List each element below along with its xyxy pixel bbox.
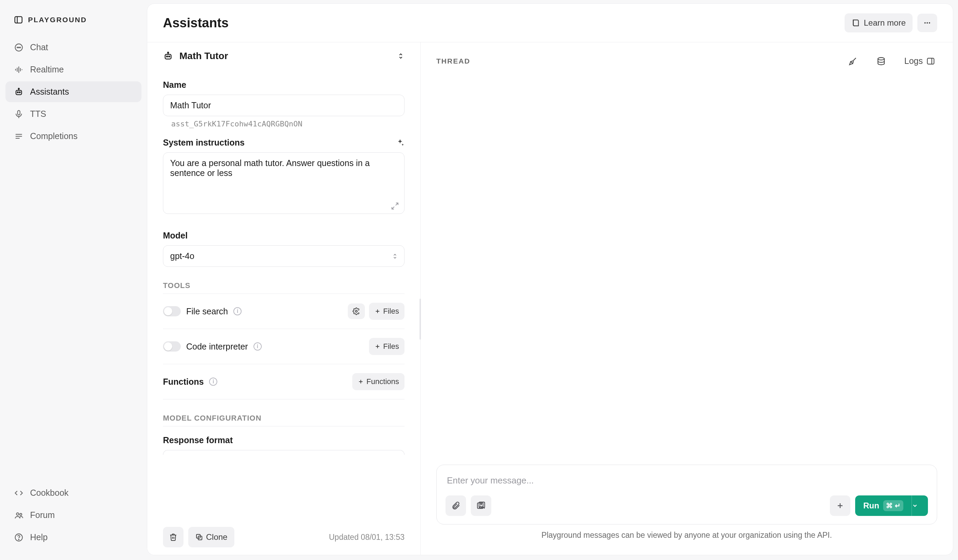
broom-icon [849,56,858,66]
trash-icon [169,533,177,541]
learn-more-button[interactable]: Learn more [845,13,912,32]
file-search-label: File search [186,306,228,316]
sidebar-item-cookbook[interactable]: Cookbook [5,482,141,503]
plus-icon [374,308,381,314]
book-icon [852,19,860,27]
assistant-selector[interactable]: Math Tutor [147,42,420,70]
resize-handle[interactable] [420,298,421,339]
system-instructions-input[interactable] [163,152,404,214]
assistant-id: asst_G5rkK17Fcohw41cAQRGBQnON [163,116,404,128]
expand-icon[interactable] [391,202,399,210]
svg-rect-28 [165,54,171,59]
chevron-updown-icon [397,52,404,60]
run-shortcut: ⌘ ↵ [883,500,903,511]
response-format-select[interactable] [163,450,404,455]
waveform-icon [14,65,24,75]
sidebar-item-label: Help [30,532,48,542]
clear-thread-button[interactable] [846,54,860,68]
thread-heading: THREAD [436,57,471,65]
file-search-files-button[interactable]: Files [369,303,404,320]
sidebar-item-help[interactable]: Help [5,527,141,548]
add-button[interactable] [830,495,850,516]
code-interpreter-toggle[interactable] [163,341,181,352]
panel-icon [14,15,23,25]
thread-messages [420,79,953,465]
image-button[interactable] [471,495,491,516]
svg-rect-0 [15,17,22,23]
svg-rect-16 [18,110,20,115]
paperclip-icon [451,501,460,511]
code-icon [14,488,24,498]
model-select[interactable]: gpt-4o [163,245,404,267]
plus-icon [358,379,364,385]
thread-header: THREAD [420,42,953,79]
chat-icon [14,43,24,52]
help-icon [14,533,24,542]
microphone-icon [14,109,24,119]
response-format-label: Response format [163,435,404,445]
run-button[interactable]: Run ⌘ ↵ [855,495,912,516]
sidebar-brand-label: PLAYGROUND [28,16,87,24]
sidebar-item-forum[interactable]: Forum [5,504,141,525]
model-label: Model [163,231,404,241]
svg-point-27 [929,22,930,24]
plus-icon [374,343,381,349]
lines-icon [14,132,24,141]
sidebar-item-tts[interactable]: TTS [5,103,141,124]
sidebar-item-label: Assistants [30,87,69,97]
svg-rect-11 [16,90,22,95]
sidebar-item-completions[interactable]: Completions [5,126,141,147]
name-label: Name [163,80,404,90]
thread-data-button[interactable] [874,54,888,68]
tools-heading: TOOLS [163,281,404,290]
robot-icon [14,87,24,97]
svg-point-26 [926,22,928,24]
card-header: Assistants Learn more [147,4,953,42]
main-card: Assistants Learn more [147,3,953,555]
chevron-down-icon [912,503,928,509]
database-icon [876,56,886,66]
info-icon[interactable]: i [233,307,241,316]
config-footer: Clone Updated 08/01, 13:53 [147,519,420,555]
tool-row-file-search: File search i [163,293,404,329]
svg-point-15 [19,88,19,89]
sidebar-brand[interactable]: PLAYGROUND [5,11,141,37]
updated-timestamp: Updated 08/01, 13:53 [329,533,404,542]
svg-point-13 [19,92,21,93]
page-title: Assistants [163,16,228,30]
sidebar-item-label: TTS [30,109,46,119]
add-functions-button[interactable]: Functions [352,373,404,390]
sidebar-item-chat[interactable]: Chat [5,37,141,58]
config-panel: Math Tutor Name asst_G5rkK17Fcohw41cAQRG… [147,42,420,555]
code-interpreter-files-button[interactable]: Files [369,338,404,355]
selected-assistant-name: Math Tutor [179,51,228,62]
run-dropdown-button[interactable] [912,495,928,516]
gear-icon [352,308,360,315]
dots-icon [923,19,932,27]
logs-button[interactable]: Logs [902,54,937,68]
sidebar-item-label: Realtime [30,65,64,75]
svg-rect-45 [927,58,934,64]
name-input[interactable] [163,95,404,116]
sidebar-item-realtime[interactable]: Realtime [5,59,141,80]
more-menu-button[interactable] [917,14,937,32]
info-icon[interactable]: i [254,343,262,351]
svg-point-49 [481,504,482,505]
copy-icon [195,533,203,541]
clone-button[interactable]: Clone [188,527,235,547]
sidebar-item-label: Completions [30,131,78,141]
file-search-settings-button[interactable] [348,303,365,319]
sidebar-item-assistants[interactable]: Assistants [5,81,141,102]
robot-icon [163,51,173,61]
file-search-toggle[interactable] [163,306,181,316]
svg-point-29 [167,56,167,57]
system-instructions-label: System instructions [163,138,244,148]
attach-button[interactable] [446,495,466,516]
info-icon[interactable]: i [209,378,217,386]
svg-point-22 [20,513,22,515]
sparkle-icon[interactable] [396,138,404,147]
delete-button[interactable] [163,527,184,547]
message-composer: Run ⌘ ↵ [436,465,937,525]
svg-point-30 [169,56,170,57]
message-input[interactable] [446,473,928,495]
